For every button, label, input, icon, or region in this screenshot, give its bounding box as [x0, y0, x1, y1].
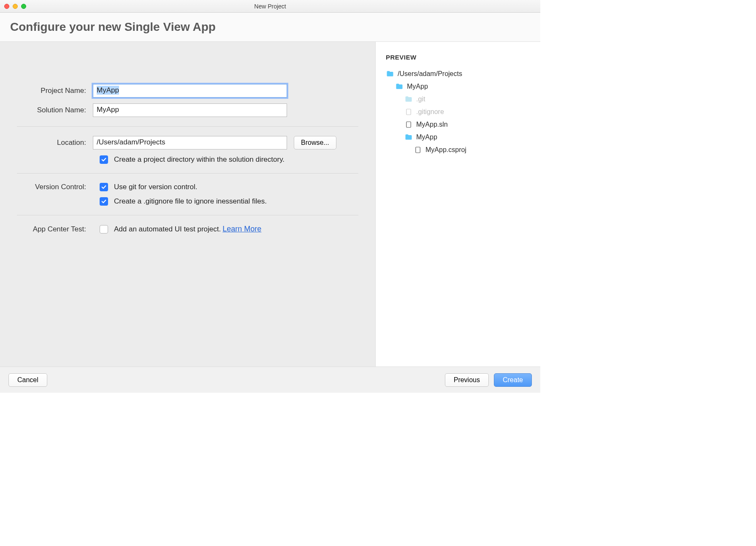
location-input[interactable]: /Users/adam/Projects — [93, 136, 287, 149]
folder-icon — [395, 82, 404, 91]
divider — [17, 126, 358, 127]
body: Project Name: MyApp Solution Name: MyApp… — [0, 42, 540, 367]
previous-button[interactable]: Previous — [445, 373, 489, 387]
location-label: Location: — [17, 139, 93, 147]
tree-label: MyApp — [416, 133, 437, 141]
new-project-window: New Project Configure your new Single Vi… — [0, 0, 540, 393]
form-panel: Project Name: MyApp Solution Name: MyApp… — [0, 42, 376, 367]
tree-root: /Users/adam/Projects — [386, 68, 530, 80]
window-title: New Project — [0, 3, 540, 10]
preview-panel: PREVIEW /Users/adam/Projects MyApp .git … — [376, 42, 540, 367]
tree-csproj: MyApp.csproj — [386, 144, 530, 156]
tree-gitignore: .gitignore — [386, 106, 530, 118]
solution-name-value: MyApp — [97, 106, 119, 114]
header: Configure your new Single View App — [0, 13, 540, 42]
create-project-dir-label: Create a project directory within the so… — [114, 155, 285, 164]
preview-title: PREVIEW — [386, 54, 530, 61]
add-ui-test-label: Add an automated UI test project. — [114, 225, 221, 234]
project-name-label: Project Name: — [17, 87, 93, 95]
app-center-label: App Center Test: — [17, 225, 93, 234]
divider — [17, 215, 358, 215]
tree-label: .git — [416, 95, 425, 103]
solution-name-row: Solution Name: MyApp — [17, 103, 358, 117]
file-icon — [414, 146, 422, 154]
project-name-value: MyApp — [97, 86, 119, 95]
location-value: /Users/adam/Projects — [97, 138, 165, 146]
folder-icon — [404, 133, 413, 141]
app-center-row: App Center Test: Add an automated UI tes… — [17, 225, 358, 234]
browse-button[interactable]: Browse... — [294, 136, 336, 149]
solution-name-input[interactable]: MyApp — [93, 103, 287, 117]
version-control-label: Version Control: — [17, 183, 93, 191]
location-row: Location: /Users/adam/Projects Browse... — [17, 136, 358, 149]
create-gitignore-checkbox[interactable] — [100, 197, 108, 206]
tree-label: MyApp.csproj — [425, 146, 466, 154]
create-project-dir-row: Create a project directory within the so… — [17, 155, 358, 164]
tree-level2: MyApp — [386, 131, 530, 144]
tree-level1: MyApp — [386, 80, 530, 93]
page-title: Configure your new Single View App — [10, 20, 530, 34]
tree-label: /Users/adam/Projects — [398, 70, 462, 78]
tree-label: .gitignore — [416, 108, 444, 116]
learn-more-link[interactable]: Learn More — [222, 225, 261, 234]
file-icon — [404, 120, 413, 129]
tree-label: MyApp — [407, 83, 428, 90]
divider — [17, 173, 358, 174]
preview-tree: /Users/adam/Projects MyApp .git .gitigno… — [386, 68, 530, 156]
create-gitignore-label: Create a .gitignore file to ignore iness… — [114, 197, 267, 206]
project-name-row: Project Name: MyApp — [17, 84, 358, 98]
add-ui-test-checkbox[interactable] — [100, 225, 108, 234]
folder-icon — [404, 95, 413, 103]
svg-rect-1 — [406, 122, 411, 128]
tree-sln: MyApp.sln — [386, 118, 530, 131]
use-git-row: Version Control: Use git for version con… — [17, 183, 358, 191]
footer: Cancel Previous Create — [0, 367, 540, 393]
project-name-input[interactable]: MyApp — [93, 84, 287, 98]
create-gitignore-row: Create a .gitignore file to ignore iness… — [17, 197, 358, 206]
use-git-checkbox[interactable] — [100, 183, 108, 191]
solution-name-label: Solution Name: — [17, 106, 93, 114]
file-icon — [404, 108, 413, 116]
create-project-dir-checkbox[interactable] — [100, 155, 108, 164]
svg-rect-2 — [416, 147, 420, 153]
cancel-button[interactable]: Cancel — [8, 373, 47, 387]
create-button[interactable]: Create — [494, 373, 532, 387]
folder-icon — [386, 70, 394, 78]
titlebar: New Project — [0, 0, 540, 13]
tree-label: MyApp.sln — [416, 121, 448, 128]
svg-rect-0 — [406, 109, 411, 115]
tree-git: .git — [386, 93, 530, 106]
use-git-label: Use git for version control. — [114, 183, 197, 191]
